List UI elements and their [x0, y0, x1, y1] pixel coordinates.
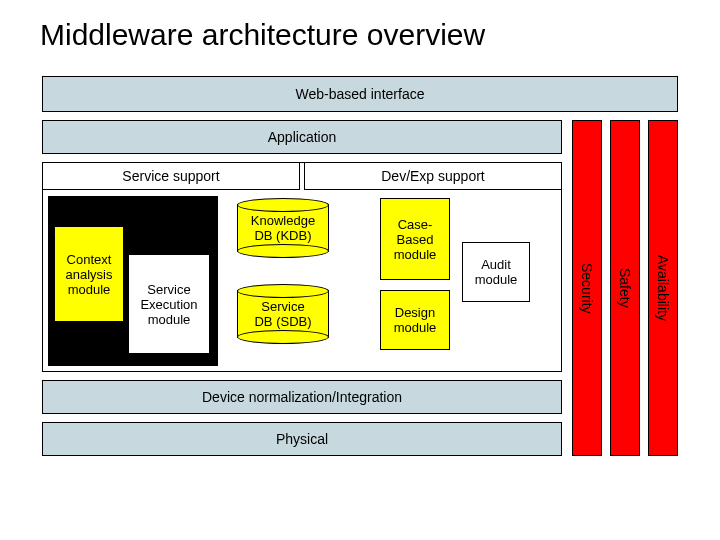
- layer-service-support: Service support: [42, 162, 300, 190]
- pillar-security: Security: [572, 120, 602, 456]
- architecture-diagram: Web-based interface Application Service …: [42, 76, 678, 496]
- module-design: Design module: [380, 290, 450, 350]
- layer-devexp-support: Dev/Exp support: [304, 162, 562, 190]
- pillar-safety: Safety: [610, 120, 640, 456]
- knowledge-db-label: Knowledge DB (KDB): [247, 213, 319, 243]
- pillar-availability: Availability: [648, 120, 678, 456]
- module-service-db: Service DB (SDB): [238, 290, 328, 338]
- layer-physical: Physical: [42, 422, 562, 456]
- service-db-label: Service DB (SDB): [250, 299, 315, 329]
- layer-web-interface: Web-based interface: [42, 76, 678, 112]
- page-title: Middleware architecture overview: [0, 0, 720, 64]
- layer-application: Application: [42, 120, 562, 154]
- module-case-based: Case- Based module: [380, 198, 450, 280]
- module-audit: Audit module: [462, 242, 530, 302]
- module-context-analysis: Context analysis module: [54, 226, 124, 322]
- module-service-execution: Service Execution module: [128, 254, 210, 354]
- module-knowledge-db: Knowledge DB (KDB): [238, 204, 328, 252]
- layer-device-normalization: Device normalization/Integration: [42, 380, 562, 414]
